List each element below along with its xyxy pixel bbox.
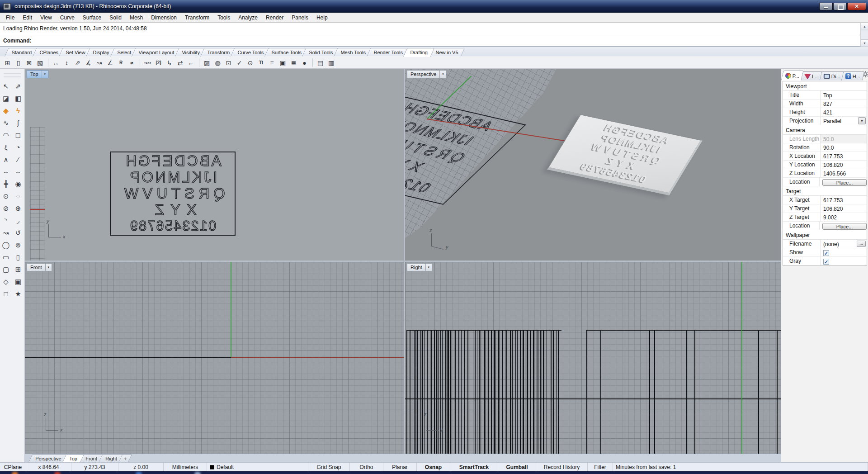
- status-grid-snap[interactable]: Grid Snap: [308, 463, 350, 471]
- menu-item-help[interactable]: Help: [312, 14, 332, 22]
- annotate-check-icon[interactable]: ✓: [234, 57, 245, 68]
- dim-angle-icon[interactable]: ∠: [105, 57, 115, 68]
- point-sphere-icon[interactable]: ◉: [12, 178, 24, 190]
- toolbar-tab-new-in-v5[interactable]: New in V5: [429, 48, 465, 57]
- document-add-icon[interactable]: ⊠: [24, 57, 34, 68]
- viewport-label-top[interactable]: Top ▾: [27, 70, 48, 78]
- split-icon[interactable]: ◧: [12, 92, 24, 104]
- rectangle-3pt-icon[interactable]: ▯: [12, 251, 24, 263]
- viewport-tab-perspective[interactable]: Perspective: [28, 455, 68, 462]
- new-document-icon[interactable]: ▯: [13, 57, 24, 68]
- property-value-text[interactable]: (none): [823, 241, 839, 247]
- line-icon[interactable]: ∕: [12, 153, 24, 166]
- circle-2pt-icon[interactable]: ◌: [12, 190, 24, 202]
- square-icon[interactable]: □: [0, 288, 12, 300]
- cplane-axes-icon[interactable]: ╋: [0, 178, 12, 190]
- trim-icon[interactable]: ◪: [0, 92, 12, 104]
- star-icon[interactable]: ★: [12, 288, 24, 300]
- toolbar-tab-drafting[interactable]: Drafting: [403, 48, 434, 57]
- polyline-icon[interactable]: ∧: [0, 153, 12, 166]
- curve-points-icon[interactable]: ∿: [0, 117, 12, 129]
- menu-item-analyze[interactable]: Analyze: [234, 14, 262, 22]
- status-cplane[interactable]: CPlane: [0, 463, 26, 471]
- bom-list-icon[interactable]: ≣: [288, 57, 299, 68]
- select-arrow-icon[interactable]: ↖: [0, 80, 12, 92]
- ellipse-icon[interactable]: ◯: [0, 239, 12, 251]
- text-block-icon[interactable]: TEXT: [142, 57, 153, 68]
- chevron-down-icon[interactable]: ▾: [45, 264, 52, 271]
- minimize-button[interactable]: [819, 3, 833, 10]
- scroll-up-icon[interactable]: ▲: [861, 23, 868, 30]
- menu-item-surface[interactable]: Surface: [79, 14, 105, 22]
- menu-item-solid[interactable]: Solid: [105, 14, 126, 22]
- scroll-down-icon[interactable]: ▼: [861, 39, 868, 47]
- rectangle-center-icon[interactable]: ⊞: [12, 263, 24, 275]
- viewport-label-perspective[interactable]: Perspective ▾: [407, 70, 446, 78]
- status-filter[interactable]: Filter: [588, 463, 613, 471]
- dim-ordinate-icon[interactable]: ⌐: [186, 57, 196, 68]
- checkbox-checked[interactable]: ✓: [823, 250, 829, 256]
- polygon-edge-icon[interactable]: ▣: [12, 275, 24, 288]
- blend-curve-icon[interactable]: ⌣: [0, 166, 12, 178]
- text-stack-icon[interactable]: ≡: [267, 57, 277, 68]
- text-find-icon[interactable]: ⊙: [245, 57, 255, 68]
- status-planar[interactable]: Planar: [383, 463, 417, 471]
- document-export-icon[interactable]: ▧: [35, 57, 45, 68]
- menu-item-edit[interactable]: Edit: [19, 14, 36, 22]
- rectangle-icon[interactable]: ▭: [0, 251, 12, 263]
- dim-vertical-icon[interactable]: ↕: [61, 57, 72, 68]
- text-height-icon[interactable]: Tt: [256, 57, 266, 68]
- status-osnap[interactable]: Osnap: [417, 463, 450, 471]
- curve-handles-icon[interactable]: ʃ: [12, 117, 24, 129]
- panel-tab-help[interactable]: ?H...: [841, 71, 864, 81]
- place-button[interactable]: Place...: [822, 223, 867, 230]
- dim-aligned-icon[interactable]: ⇗: [72, 57, 83, 68]
- chevron-down-icon[interactable]: ▾: [42, 71, 48, 78]
- status-millimeters[interactable]: Millimeters: [164, 463, 207, 471]
- menu-item-tools[interactable]: Tools: [213, 14, 234, 22]
- status-minutes-from-last-save-1[interactable]: Minutes from last save: 1: [613, 463, 868, 471]
- extruded-text-plate[interactable]: ABCDEFGHIJKLMNOPQRSTUVWXYZ0123456789: [547, 114, 703, 195]
- status-y-273-43[interactable]: y 273.43: [71, 463, 118, 471]
- status-gumball[interactable]: Gumball: [498, 463, 536, 471]
- print-icon[interactable]: ▤: [315, 57, 326, 68]
- top-text-boundary-rect[interactable]: ABCDEFGHIJKLMNOPQRSTUVWXYZ0123456789: [110, 152, 236, 236]
- toolbar-tab-viewport-layout[interactable]: Viewport Layout: [132, 48, 181, 57]
- status-default[interactable]: Default: [207, 463, 308, 471]
- conic-icon[interactable]: ◔: [12, 141, 24, 153]
- curve-through-icon[interactable]: ↝: [0, 227, 12, 239]
- close-button[interactable]: ✕: [847, 3, 866, 10]
- hatch-solid-icon[interactable]: ◍: [212, 57, 223, 68]
- menu-item-curve[interactable]: Curve: [56, 14, 79, 22]
- command-history[interactable]: Loading Rhino Render, version 1.50, Jun …: [0, 23, 860, 35]
- place-button[interactable]: Place...: [822, 179, 867, 186]
- dropdown-button[interactable]: ▼: [858, 117, 866, 124]
- viewport-top[interactable]: ABCDEFGHIJKLMNOPQRSTUVWXYZ0123456789 y x…: [25, 69, 404, 261]
- menu-item-view[interactable]: View: [36, 14, 56, 22]
- explode-icon[interactable]: ◈: [0, 104, 12, 117]
- menu-item-dimension[interactable]: Dimension: [147, 14, 181, 22]
- menu-item-mesh[interactable]: Mesh: [126, 14, 147, 22]
- viewport-right[interactable]: z y Right ▾: [405, 262, 781, 454]
- dim-diameter-icon[interactable]: ⌀: [127, 57, 137, 68]
- viewport-label-right[interactable]: Right ▾: [407, 263, 432, 271]
- toolbar-tab-render-tools[interactable]: Render Tools: [367, 48, 410, 57]
- dim-span-icon[interactable]: ⇄: [175, 57, 185, 68]
- dim-rotated-icon[interactable]: ∡: [83, 57, 94, 68]
- polygon-icon[interactable]: ◇: [0, 275, 12, 288]
- viewport-perspective[interactable]: ABCDEFGHIJKLMNOPQRSTUVWXYZ0123456789 ABC…: [405, 69, 781, 261]
- status-z-0-00[interactable]: z 0.00: [118, 463, 164, 471]
- annotate-edit-icon[interactable]: ⊡: [223, 57, 234, 68]
- move-object-icon[interactable]: ⇗: [12, 80, 24, 92]
- render-sphere-icon[interactable]: ●: [299, 57, 310, 68]
- dim-horizontal-icon[interactable]: ↔: [51, 57, 61, 68]
- status-ortho[interactable]: Ortho: [350, 463, 383, 471]
- rounded-rectangle-icon[interactable]: ▢: [0, 263, 12, 275]
- chevron-down-icon[interactable]: ▾: [425, 264, 432, 271]
- property-value-text[interactable]: Parallel: [823, 118, 841, 124]
- browse-button[interactable]: ...: [857, 241, 866, 247]
- hatch-icon[interactable]: ▨: [202, 57, 212, 68]
- ellipse-center-icon[interactable]: ⊕: [12, 202, 24, 214]
- arc-center-icon[interactable]: ◝: [0, 214, 12, 227]
- panel-tab-properties[interactable]: P...: [781, 71, 804, 81]
